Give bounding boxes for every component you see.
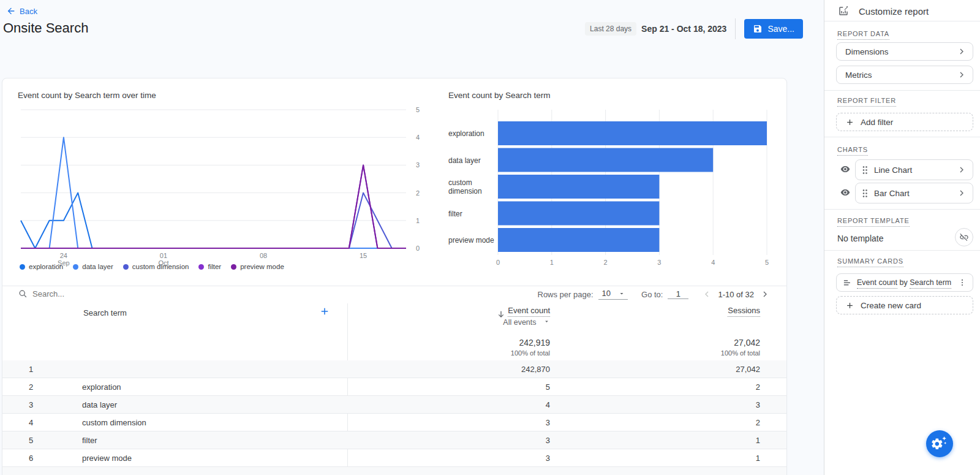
table-row[interactable]: 2 exploration 5 2 bbox=[2, 378, 786, 396]
arrow-left-icon bbox=[6, 6, 16, 16]
add-column-icon[interactable] bbox=[319, 306, 330, 317]
add-filter-label: Add filter bbox=[861, 118, 893, 127]
row-index: 4 bbox=[29, 418, 33, 427]
save-button[interactable]: Save... bbox=[744, 19, 803, 39]
total-event-count: 242,919 bbox=[348, 338, 550, 348]
svg-text:5: 5 bbox=[416, 106, 420, 113]
legend-dot bbox=[123, 264, 129, 270]
svg-text:4: 4 bbox=[416, 134, 420, 141]
row-search-term: preview mode bbox=[82, 454, 132, 463]
svg-text:1: 1 bbox=[550, 259, 554, 266]
svg-text:15: 15 bbox=[360, 252, 367, 259]
section-report-filter: REPORT FILTER bbox=[837, 97, 896, 104]
chart-edit-icon bbox=[838, 6, 849, 17]
legend-item[interactable]: filter bbox=[198, 263, 221, 270]
summary-card[interactable]: Event count by Search term bbox=[836, 273, 973, 292]
summary-metric: Event count bbox=[857, 278, 897, 289]
rows-per-page-select[interactable]: 10 bbox=[598, 289, 628, 300]
chevron-left-icon[interactable] bbox=[702, 289, 712, 299]
rows-per-page-label: Rows per page: bbox=[538, 290, 594, 299]
visibility-icon[interactable] bbox=[839, 188, 851, 197]
goto-label: Go to: bbox=[641, 290, 663, 299]
total-event-count-pct: 100% of total bbox=[348, 349, 550, 357]
row-index: 6 bbox=[29, 454, 33, 463]
bar-chart-card[interactable]: Bar Chart bbox=[855, 183, 973, 203]
back-button[interactable]: Back bbox=[6, 6, 37, 16]
summary-list-icon bbox=[843, 278, 852, 287]
legend-label: preview mode bbox=[240, 263, 284, 270]
row-sessions: 2 bbox=[556, 418, 760, 427]
row-sessions: 2 bbox=[556, 382, 760, 392]
search-icon bbox=[18, 289, 28, 298]
svg-text:3: 3 bbox=[416, 161, 420, 169]
section-charts: CHARTS bbox=[837, 146, 868, 153]
legend-item[interactable]: custom dimension bbox=[123, 263, 189, 270]
legend-dot bbox=[20, 264, 25, 270]
chevron-right-icon bbox=[957, 165, 967, 175]
row-search-term: data layer bbox=[82, 400, 117, 409]
chevron-down-icon bbox=[543, 318, 550, 325]
table-pagination: Rows per page: 10 Go to: 1-10 of 32 bbox=[538, 289, 771, 300]
chevron-right-icon bbox=[957, 188, 967, 198]
page-range: 1-10 of 32 bbox=[718, 290, 754, 299]
line-chart-card[interactable]: Line Chart bbox=[855, 159, 973, 180]
header-divider bbox=[735, 18, 736, 39]
report-card: Event count by Search term over time 012… bbox=[2, 78, 787, 475]
svg-text:exploration: exploration bbox=[448, 129, 484, 138]
metrics-label: Metrics bbox=[845, 70, 872, 80]
legend-dot bbox=[198, 264, 204, 270]
more-options-icon[interactable] bbox=[958, 278, 967, 287]
date-preset-chip[interactable]: Last 28 days bbox=[585, 22, 636, 36]
unlink-template-button[interactable] bbox=[955, 228, 973, 246]
search-input[interactable] bbox=[32, 289, 192, 298]
column-header-event-count[interactable]: Event count bbox=[348, 306, 550, 315]
table-row[interactable]: 4 custom dimension 3 2 bbox=[2, 414, 786, 431]
rows-per-page-value: 10 bbox=[602, 289, 611, 298]
legend-item[interactable]: data layer bbox=[73, 263, 113, 270]
drag-handle-icon[interactable] bbox=[862, 165, 868, 175]
date-range[interactable]: Sep 21 - Oct 18, 2023 bbox=[641, 24, 726, 34]
row-event-count: 3 bbox=[348, 418, 550, 427]
add-filter-button[interactable]: Add filter bbox=[836, 113, 973, 131]
column-header-search-term[interactable]: Search term bbox=[83, 308, 127, 317]
table-row[interactable]: 3 data layer 4 3 bbox=[2, 396, 786, 414]
metric-filter-dropdown[interactable]: All events bbox=[348, 318, 550, 327]
goto-page-input[interactable] bbox=[668, 289, 688, 299]
legend-label: data layer bbox=[82, 263, 113, 270]
table-header: Search term Event count All events Sessi… bbox=[2, 303, 786, 360]
line-chart-legend: exploration data layer custom dimension … bbox=[20, 263, 284, 270]
metrics-card[interactable]: Metrics bbox=[836, 66, 973, 84]
legend-item[interactable]: exploration bbox=[20, 263, 63, 270]
chevron-right-icon bbox=[957, 70, 967, 80]
drag-handle-icon[interactable] bbox=[862, 189, 868, 198]
bar-chart-label: Bar Chart bbox=[874, 189, 910, 198]
table-row[interactable]: 6 preview mode 3 1 bbox=[2, 449, 786, 467]
column-header-sessions[interactable]: Sessions bbox=[556, 306, 760, 315]
svg-text:3: 3 bbox=[657, 259, 661, 266]
legend-label: exploration bbox=[29, 263, 63, 270]
line-chart: 01234524Sep01Oct0815 bbox=[20, 105, 424, 267]
row-search-term: filter bbox=[82, 436, 97, 445]
plus-icon bbox=[845, 301, 854, 310]
insights-fab-button[interactable] bbox=[926, 430, 953, 457]
svg-text:01: 01 bbox=[160, 252, 167, 259]
table-row[interactable]: 5 filter 3 1 bbox=[2, 431, 786, 449]
legend-label: custom dimension bbox=[132, 263, 189, 270]
customize-report-panel: Customize report REPORT DATA Dimensions … bbox=[824, 0, 980, 475]
row-index: 1 bbox=[29, 365, 33, 374]
dimensions-card[interactable]: Dimensions bbox=[836, 42, 973, 61]
create-new-card-button[interactable]: Create new card bbox=[836, 296, 973, 314]
row-index: 2 bbox=[29, 382, 33, 392]
chevron-right-icon bbox=[957, 47, 967, 56]
visibility-icon[interactable] bbox=[839, 164, 851, 174]
svg-text:custom: custom bbox=[448, 178, 472, 187]
line-chart-label: Line Chart bbox=[874, 165, 912, 175]
row-index: 5 bbox=[29, 436, 33, 445]
table-search bbox=[18, 289, 192, 298]
back-label: Back bbox=[20, 7, 37, 16]
legend-item[interactable]: preview mode bbox=[231, 263, 284, 270]
svg-text:data layer: data layer bbox=[448, 156, 481, 165]
chevron-right-icon[interactable] bbox=[760, 289, 770, 299]
row-search-term: custom dimension bbox=[82, 418, 146, 427]
table-row[interactable]: 1 242,870 27,042 bbox=[2, 360, 786, 378]
